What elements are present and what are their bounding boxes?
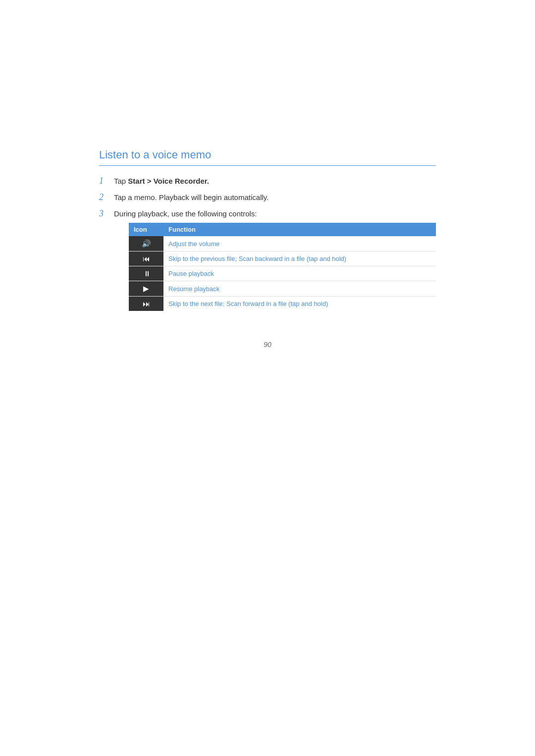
function-cell: Skip to the previous file; Scan backward… (163, 252, 436, 266)
table-row: ▶Resume playback (129, 281, 436, 297)
skip-previous-icon: ⏮ (129, 252, 163, 266)
icon-column-header: Icon (129, 223, 163, 236)
section-title: Listen to a voice memo (99, 149, 436, 166)
controls-table: Icon Function 🔊Adjust the volume⏮Skip to… (129, 223, 436, 311)
step-1: 1 Tap Start > Voice Recorder. (99, 176, 436, 186)
step-text-3: During playback, use the following contr… (114, 208, 436, 311)
table-row: ⏮Skip to the previous file; Scan backwar… (129, 252, 436, 266)
step-2: 2 Tap a memo. Playback will begin automa… (99, 192, 436, 202)
step-text-1: Tap Start > Voice Recorder. (114, 176, 436, 185)
play-icon: ▶ (129, 281, 163, 297)
volume-icon: 🔊 (129, 236, 163, 252)
table-row: ⏸Pause playback (129, 266, 436, 281)
function-column-header: Function (163, 223, 436, 236)
function-cell: Skip to the next file; Scan forward in a… (163, 297, 436, 311)
table-row: 🔊Adjust the volume (129, 236, 436, 252)
pause-icon: ⏸ (129, 266, 163, 281)
table-row: ⏭Skip to the next file; Scan forward in … (129, 297, 436, 311)
function-cell: Pause playback (163, 266, 436, 281)
step-number-1: 1 (99, 176, 114, 186)
controls-table-body: 🔊Adjust the volume⏮Skip to the previous … (129, 236, 436, 311)
step-1-bold: Start > Voice Recorder. (128, 177, 209, 185)
step-3: 3 During playback, use the following con… (99, 208, 436, 311)
step-text-2: Tap a memo. Playback will begin automati… (114, 192, 436, 202)
step-number-2: 2 (99, 192, 114, 202)
skip-next-icon: ⏭ (129, 297, 163, 311)
table-header-row: Icon Function (129, 223, 436, 236)
function-cell: Resume playback (163, 281, 436, 297)
page-number: 90 (99, 341, 436, 349)
step-number-3: 3 (99, 208, 114, 219)
page-container: Listen to a voice memo 1 Tap Start > Voi… (0, 0, 535, 756)
function-cell: Adjust the volume (163, 236, 436, 252)
steps-list: 1 Tap Start > Voice Recorder. 2 Tap a me… (99, 176, 436, 311)
